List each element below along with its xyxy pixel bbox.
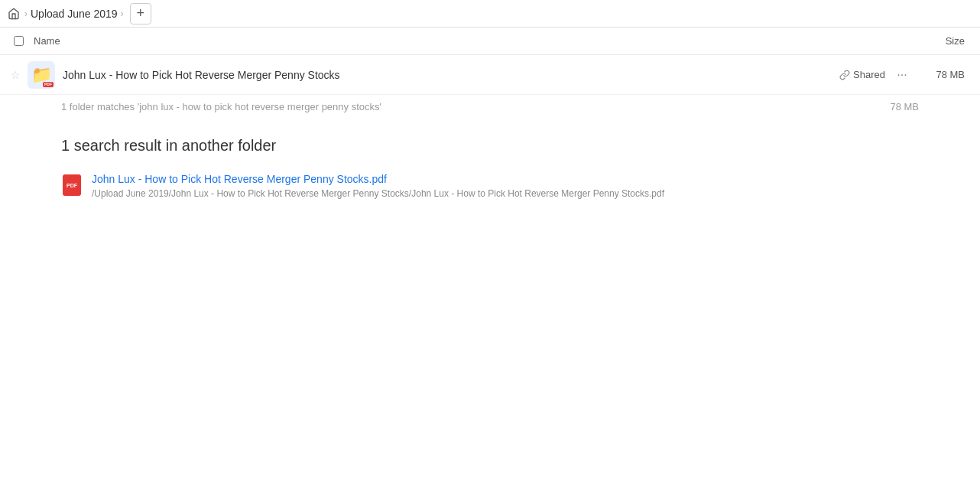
link-icon (839, 70, 850, 80)
breadcrumb-bar: › Upload June 2019 › + (0, 0, 980, 28)
header-checkbox[interactable] (6, 36, 31, 46)
folder-actions: Shared ··· (839, 64, 913, 86)
match-count-size: 78 MB (890, 101, 919, 112)
pdf-badge: PDF (43, 82, 54, 87)
results-list: PDF John Lux - How to Pick Hot Reverse M… (0, 167, 980, 205)
section-heading: 1 search result in another folder (0, 119, 980, 167)
breadcrumb-title[interactable]: Upload June 2019 (31, 8, 118, 20)
match-count-row: 1 folder matches 'john lux - how to pick… (0, 95, 980, 119)
more-options-button[interactable]: ··· (891, 64, 913, 86)
folder-size: 78 MB (913, 69, 974, 80)
shared-label: Shared (853, 69, 885, 80)
star-icon[interactable]: ☆ (6, 69, 24, 81)
home-icon[interactable] (6, 6, 21, 21)
list-item[interactable]: PDF John Lux - How to Pick Hot Reverse M… (0, 167, 980, 205)
breadcrumb-separator-2: › (121, 8, 124, 19)
shared-badge[interactable]: Shared (839, 69, 885, 80)
column-name-label: Name (31, 35, 913, 47)
column-header-row: Name Size (0, 28, 980, 55)
folder-icon: 📁 PDF (28, 61, 55, 89)
pdf-icon: PDF (63, 174, 81, 196)
result-filename: John Lux - How to Pick Hot Reverse Merge… (92, 173, 664, 185)
column-size-label: Size (913, 35, 974, 47)
result-text: John Lux - How to Pick Hot Reverse Merge… (92, 173, 664, 199)
add-button[interactable]: + (130, 3, 151, 24)
result-path: /Upload June 2019/John Lux - How to Pick… (92, 188, 664, 199)
breadcrumb-separator: › (24, 8, 28, 19)
pdf-icon-wrap: PDF (61, 174, 83, 196)
match-count-text: 1 folder matches 'john lux - how to pick… (61, 101, 381, 112)
select-all-checkbox[interactable] (14, 36, 24, 46)
folder-row[interactable]: ☆ 📁 PDF John Lux - How to Pick Hot Rever… (0, 55, 980, 95)
folder-name: John Lux - How to Pick Hot Reverse Merge… (55, 69, 839, 81)
